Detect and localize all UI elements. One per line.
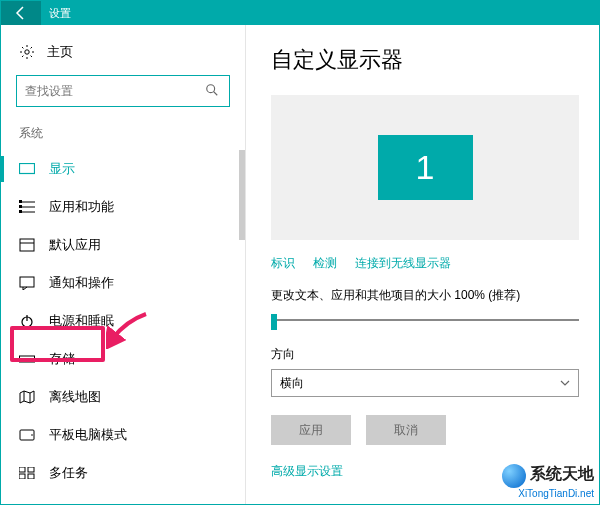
orientation-label: 方向 (271, 346, 579, 363)
monitor-thumbnail[interactable]: 1 (378, 135, 473, 200)
display-preview[interactable]: 1 (271, 95, 579, 240)
sidebar-scrollbar[interactable] (239, 150, 245, 504)
sidebar-item-apps[interactable]: 应用和功能 (1, 188, 245, 226)
svg-rect-24 (28, 474, 34, 479)
button-row: 应用 取消 (271, 415, 579, 445)
svg-rect-7 (19, 200, 22, 203)
sidebar-item-label: 投影到这台电脑 (49, 502, 140, 504)
sidebar: 主页 系统 显示 应用和功能 (1, 25, 246, 504)
svg-rect-22 (28, 467, 34, 472)
notifications-icon (19, 275, 35, 291)
svg-rect-8 (19, 205, 22, 208)
titlebar: 设置 (1, 1, 599, 25)
sidebar-item-default-apps[interactable]: 默认应用 (1, 226, 245, 264)
section-label: 系统 (1, 125, 245, 150)
map-icon (19, 389, 35, 405)
svg-rect-15 (20, 356, 35, 362)
sidebar-item-tablet[interactable]: 平板电脑模式 (1, 416, 245, 454)
sidebar-item-label: 多任务 (49, 464, 88, 482)
sidebar-item-storage[interactable]: 存储 (1, 340, 245, 378)
svg-rect-12 (20, 277, 34, 287)
slider-track (271, 319, 579, 321)
sidebar-item-power[interactable]: 电源和睡眠 (1, 302, 245, 340)
search-field[interactable] (25, 84, 199, 98)
gear-icon (19, 44, 35, 60)
wireless-link[interactable]: 连接到无线显示器 (355, 255, 451, 272)
multitask-icon (19, 465, 35, 481)
main-panel: 自定义显示器 1 标识 检测 连接到无线显示器 更改文本、应用和其他项目的大小 … (246, 25, 599, 504)
svg-point-0 (25, 50, 29, 54)
apps-icon (19, 199, 35, 215)
sidebar-item-label: 平板电脑模式 (49, 426, 127, 444)
svg-rect-21 (19, 467, 25, 472)
home-link[interactable]: 主页 (1, 35, 245, 75)
tablet-icon (19, 427, 35, 443)
search-input[interactable] (16, 75, 230, 107)
default-apps-icon (19, 237, 35, 253)
sidebar-item-notifications[interactable]: 通知和操作 (1, 264, 245, 302)
sidebar-item-label: 通知和操作 (49, 274, 114, 292)
svg-rect-10 (20, 239, 34, 251)
sidebar-item-label: 显示 (49, 160, 75, 178)
power-icon (19, 313, 35, 329)
slider-thumb[interactable] (271, 314, 277, 330)
chevron-down-icon (560, 380, 570, 386)
scale-slider[interactable] (271, 312, 579, 328)
nav-list: 显示 应用和功能 默认应用 通知和操作 (1, 150, 245, 504)
sidebar-item-project[interactable]: 投影到这台电脑 (1, 492, 245, 504)
advanced-display-link[interactable]: 高级显示设置 (271, 463, 579, 480)
svg-rect-9 (19, 210, 22, 213)
detect-link[interactable]: 检测 (313, 255, 337, 272)
window-title: 设置 (41, 6, 71, 21)
monitor-number: 1 (416, 148, 435, 187)
sidebar-item-multitask[interactable]: 多任务 (1, 454, 245, 492)
scrollbar-thumb[interactable] (239, 150, 245, 240)
apply-button[interactable]: 应用 (271, 415, 351, 445)
sidebar-item-label: 离线地图 (49, 388, 101, 406)
project-icon (19, 503, 35, 504)
svg-point-20 (31, 434, 33, 436)
orientation-value: 横向 (280, 375, 304, 392)
display-actions: 标识 检测 连接到无线显示器 (271, 255, 579, 272)
svg-point-16 (30, 358, 32, 360)
svg-line-2 (214, 92, 218, 96)
settings-window: 设置 主页 系统 显示 (0, 0, 600, 505)
svg-rect-23 (19, 474, 25, 479)
svg-point-1 (207, 85, 215, 93)
storage-icon (19, 351, 35, 367)
cancel-button[interactable]: 取消 (366, 415, 446, 445)
home-label: 主页 (47, 43, 73, 61)
identify-link[interactable]: 标识 (271, 255, 295, 272)
back-button[interactable] (1, 1, 41, 25)
back-arrow-icon (13, 5, 29, 21)
sidebar-item-label: 电源和睡眠 (49, 312, 114, 330)
sidebar-item-offline-maps[interactable]: 离线地图 (1, 378, 245, 416)
display-icon (19, 161, 35, 177)
orientation-select[interactable]: 横向 (271, 369, 579, 397)
sidebar-item-display[interactable]: 显示 (1, 150, 245, 188)
search-icon (205, 83, 221, 99)
sidebar-item-label: 应用和功能 (49, 198, 114, 216)
page-title: 自定义显示器 (271, 45, 579, 75)
sidebar-item-label: 默认应用 (49, 236, 101, 254)
sidebar-item-label: 存储 (49, 350, 75, 368)
scale-label: 更改文本、应用和其他项目的大小 100% (推荐) (271, 287, 579, 304)
content-area: 主页 系统 显示 应用和功能 (1, 25, 599, 504)
svg-rect-3 (20, 164, 35, 174)
